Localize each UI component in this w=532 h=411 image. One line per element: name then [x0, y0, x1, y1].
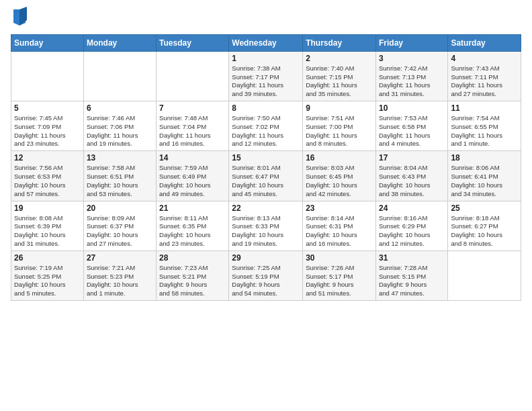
- weekday-header-thursday: Thursday: [303, 34, 376, 51]
- calendar-week-row: 1Sunrise: 7:38 AM Sunset: 7:17 PM Daylig…: [11, 51, 521, 101]
- day-number: 8: [232, 103, 300, 113]
- day-number: 30: [306, 253, 373, 263]
- calendar-cell: 11Sunrise: 7:54 AM Sunset: 6:55 PM Dayli…: [448, 101, 521, 151]
- calendar-cell: 15Sunrise: 8:01 AM Sunset: 6:47 PM Dayli…: [229, 151, 303, 201]
- calendar-cell: 2Sunrise: 7:40 AM Sunset: 7:15 PM Daylig…: [303, 51, 376, 101]
- weekday-header-tuesday: Tuesday: [157, 34, 229, 51]
- svg-marker-1: [19, 7, 27, 26]
- day-info: Sunrise: 7:46 AM Sunset: 7:06 PM Dayligh…: [87, 114, 153, 148]
- day-info: Sunrise: 7:56 AM Sunset: 6:53 PM Dayligh…: [14, 164, 81, 198]
- calendar-cell: 13Sunrise: 7:58 AM Sunset: 6:51 PM Dayli…: [83, 151, 156, 201]
- day-info: Sunrise: 7:42 AM Sunset: 7:13 PM Dayligh…: [379, 64, 445, 99]
- calendar-cell: 9Sunrise: 7:51 AM Sunset: 7:00 PM Daylig…: [303, 101, 376, 151]
- day-info: Sunrise: 8:03 AM Sunset: 6:45 PM Dayligh…: [306, 164, 373, 198]
- day-info: Sunrise: 8:06 AM Sunset: 6:41 PM Dayligh…: [451, 164, 518, 198]
- calendar-cell: 22Sunrise: 8:13 AM Sunset: 6:33 PM Dayli…: [229, 201, 303, 250]
- logo-text: [11, 9, 27, 29]
- day-number: 9: [306, 103, 373, 113]
- calendar-cell: 6Sunrise: 7:46 AM Sunset: 7:06 PM Daylig…: [83, 101, 156, 151]
- day-info: Sunrise: 8:11 AM Sunset: 6:35 PM Dayligh…: [159, 214, 226, 248]
- day-number: 28: [159, 253, 226, 263]
- day-info: Sunrise: 7:58 AM Sunset: 6:51 PM Dayligh…: [87, 164, 153, 198]
- day-number: 11: [451, 103, 518, 113]
- day-info: Sunrise: 7:28 AM Sunset: 5:15 PM Dayligh…: [379, 264, 445, 298]
- weekday-header-sunday: Sunday: [11, 34, 84, 51]
- calendar-header-row: SundayMondayTuesdayWednesdayThursdayFrid…: [11, 34, 521, 51]
- calendar-cell: 4Sunrise: 7:43 AM Sunset: 7:11 PM Daylig…: [448, 51, 521, 101]
- day-number: 15: [232, 153, 300, 163]
- day-info: Sunrise: 7:50 AM Sunset: 7:02 PM Dayligh…: [232, 114, 300, 148]
- day-number: 27: [87, 253, 153, 263]
- day-number: 4: [451, 54, 518, 63]
- calendar-cell: 14Sunrise: 7:59 AM Sunset: 6:49 PM Dayli…: [157, 151, 229, 201]
- day-number: 6: [87, 103, 153, 113]
- day-info: Sunrise: 7:51 AM Sunset: 7:00 PM Dayligh…: [306, 114, 373, 148]
- day-info: Sunrise: 8:04 AM Sunset: 6:43 PM Dayligh…: [379, 164, 445, 198]
- calendar-cell: 17Sunrise: 8:04 AM Sunset: 6:43 PM Dayli…: [375, 151, 447, 201]
- calendar-cell: 20Sunrise: 8:09 AM Sunset: 6:37 PM Dayli…: [83, 201, 156, 250]
- day-number: 14: [159, 153, 226, 163]
- day-number: 23: [306, 203, 373, 213]
- day-info: Sunrise: 7:19 AM Sunset: 5:25 PM Dayligh…: [14, 264, 81, 298]
- day-number: 7: [159, 103, 226, 113]
- day-number: 26: [14, 253, 81, 263]
- calendar-cell: [157, 51, 229, 101]
- day-info: Sunrise: 8:09 AM Sunset: 6:37 PM Dayligh…: [87, 214, 153, 248]
- weekday-header-monday: Monday: [83, 34, 156, 51]
- calendar-cell: [83, 51, 156, 101]
- weekday-header-friday: Friday: [375, 34, 447, 51]
- day-info: Sunrise: 7:38 AM Sunset: 7:17 PM Dayligh…: [232, 64, 300, 99]
- page: SundayMondayTuesdayWednesdayThursdayFrid…: [0, 0, 532, 411]
- day-info: Sunrise: 7:25 AM Sunset: 5:19 PM Dayligh…: [232, 264, 300, 298]
- day-number: 31: [379, 253, 445, 263]
- day-number: 3: [379, 54, 445, 63]
- calendar-week-row: 12Sunrise: 7:56 AM Sunset: 6:53 PM Dayli…: [11, 151, 521, 201]
- header: [11, 7, 521, 29]
- day-number: 19: [14, 203, 81, 213]
- calendar-table: SundayMondayTuesdayWednesdayThursdayFrid…: [11, 34, 521, 301]
- day-number: 16: [306, 153, 373, 163]
- day-info: Sunrise: 8:16 AM Sunset: 6:29 PM Dayligh…: [379, 214, 445, 248]
- day-number: 18: [451, 153, 518, 163]
- day-number: 22: [232, 203, 300, 213]
- day-info: Sunrise: 7:21 AM Sunset: 5:23 PM Dayligh…: [87, 264, 153, 298]
- day-number: 12: [14, 153, 81, 163]
- day-info: Sunrise: 7:45 AM Sunset: 7:09 PM Dayligh…: [14, 114, 81, 148]
- calendar-cell: 31Sunrise: 7:28 AM Sunset: 5:15 PM Dayli…: [375, 250, 447, 300]
- calendar-cell: 30Sunrise: 7:26 AM Sunset: 5:17 PM Dayli…: [303, 250, 376, 300]
- calendar-cell: 18Sunrise: 8:06 AM Sunset: 6:41 PM Dayli…: [448, 151, 521, 201]
- day-info: Sunrise: 8:14 AM Sunset: 6:31 PM Dayligh…: [306, 214, 373, 248]
- day-number: 13: [87, 153, 153, 163]
- calendar-cell: 21Sunrise: 8:11 AM Sunset: 6:35 PM Dayli…: [157, 201, 229, 250]
- day-info: Sunrise: 7:53 AM Sunset: 6:58 PM Dayligh…: [379, 114, 445, 148]
- calendar-cell: 3Sunrise: 7:42 AM Sunset: 7:13 PM Daylig…: [375, 51, 447, 101]
- day-number: 1: [232, 54, 300, 63]
- day-info: Sunrise: 7:48 AM Sunset: 7:04 PM Dayligh…: [159, 114, 226, 148]
- calendar-week-row: 19Sunrise: 8:08 AM Sunset: 6:39 PM Dayli…: [11, 201, 521, 250]
- day-info: Sunrise: 7:40 AM Sunset: 7:15 PM Dayligh…: [306, 64, 373, 99]
- day-number: 17: [379, 153, 445, 163]
- day-number: 24: [379, 203, 445, 213]
- day-number: 2: [306, 54, 373, 63]
- calendar-cell: 19Sunrise: 8:08 AM Sunset: 6:39 PM Dayli…: [11, 201, 84, 250]
- calendar-cell: 7Sunrise: 7:48 AM Sunset: 7:04 PM Daylig…: [157, 101, 229, 151]
- calendar-cell: 10Sunrise: 7:53 AM Sunset: 6:58 PM Dayli…: [375, 101, 447, 151]
- day-number: 20: [87, 203, 153, 213]
- calendar-cell: 1Sunrise: 7:38 AM Sunset: 7:17 PM Daylig…: [229, 51, 303, 101]
- weekday-header-wednesday: Wednesday: [229, 34, 303, 51]
- day-number: 10: [379, 103, 445, 113]
- day-info: Sunrise: 8:18 AM Sunset: 6:27 PM Dayligh…: [451, 214, 518, 248]
- day-info: Sunrise: 7:43 AM Sunset: 7:11 PM Dayligh…: [451, 64, 518, 99]
- day-info: Sunrise: 8:13 AM Sunset: 6:33 PM Dayligh…: [232, 214, 300, 248]
- day-info: Sunrise: 7:26 AM Sunset: 5:17 PM Dayligh…: [306, 264, 373, 298]
- day-info: Sunrise: 7:59 AM Sunset: 6:49 PM Dayligh…: [159, 164, 226, 198]
- weekday-header-saturday: Saturday: [448, 34, 521, 51]
- calendar-week-row: 26Sunrise: 7:19 AM Sunset: 5:25 PM Dayli…: [11, 250, 521, 300]
- logo: [11, 9, 27, 29]
- calendar-cell: 27Sunrise: 7:21 AM Sunset: 5:23 PM Dayli…: [83, 250, 156, 300]
- day-info: Sunrise: 8:08 AM Sunset: 6:39 PM Dayligh…: [14, 214, 81, 248]
- calendar-cell: 24Sunrise: 8:16 AM Sunset: 6:29 PM Dayli…: [375, 201, 447, 250]
- calendar-cell: 16Sunrise: 8:03 AM Sunset: 6:45 PM Dayli…: [303, 151, 376, 201]
- calendar-cell: 26Sunrise: 7:19 AM Sunset: 5:25 PM Dayli…: [11, 250, 84, 300]
- day-number: 21: [159, 203, 226, 213]
